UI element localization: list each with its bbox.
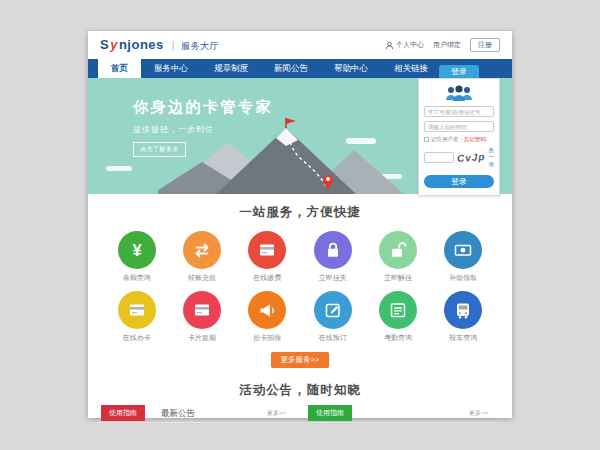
service-report-loss[interactable]: 立即挂失 <box>300 231 365 283</box>
service-attendance-query[interactable]: 考勤查询 <box>365 291 430 343</box>
nav-item-help-center[interactable]: 帮助中心 <box>321 59 381 78</box>
login-panel: 登录 记住用户名 | 忘记密码 CvJp 换一张 <box>418 65 500 196</box>
captcha-row: CvJp 换一张 <box>424 147 494 168</box>
nav-item-regulations[interactable]: 规章制度 <box>201 59 261 78</box>
person-icon <box>385 41 394 50</box>
card-icon <box>192 300 212 320</box>
list-icon <box>388 300 408 320</box>
announcement-tabs-row: 使用指南 最新公告 更多>> 使用指南 更多>> <box>98 407 502 423</box>
more-services-button[interactable]: 更多服务>> <box>271 352 329 368</box>
service-grid: ¥ 余额查询 转账充值 在线缴费 立即挂失 <box>88 231 512 343</box>
forgot-password-link[interactable]: 忘记密码 <box>464 136 486 143</box>
personal-center-link[interactable]: 个人中心 <box>385 40 424 50</box>
header-links: 个人中心 用户绑定 注册 <box>385 38 500 52</box>
service-online-payment[interactable]: 在线缴费 <box>235 231 300 283</box>
announcement-left-column: 使用指南 最新公告 更多>> <box>98 407 300 422</box>
service-found-card-claim[interactable]: 拾卡招领 <box>235 291 300 343</box>
service-school-bus-query[interactable]: 校车查询 <box>431 291 496 343</box>
cloud-shape <box>106 166 132 171</box>
card-icon <box>257 240 277 260</box>
banknote-icon <box>453 240 473 260</box>
nav-item-home[interactable]: 首页 <box>98 59 141 78</box>
logo[interactable]: Synjones | 服务大厅 <box>100 37 219 53</box>
service-online-booking[interactable]: 在线预订 <box>300 291 365 343</box>
service-card-extension[interactable]: 卡片延期 <box>169 291 234 343</box>
password-input[interactable] <box>424 121 494 132</box>
service-subsidy-collection[interactable]: 补助领取 <box>431 231 496 283</box>
service-unfreeze[interactable]: 立即解挂 <box>365 231 430 283</box>
hero-cta-button[interactable]: 点击了解更多 <box>133 142 186 157</box>
megaphone-icon <box>257 300 277 320</box>
register-button[interactable]: 注册 <box>470 38 500 52</box>
more-link-right[interactable]: 更多>> <box>469 407 488 419</box>
site-name: 服务大厅 <box>181 40 219 53</box>
login-form: 记住用户名 | 忘记密码 CvJp 换一张 登录 <box>418 78 500 196</box>
service-transfer-recharge[interactable]: 转账充值 <box>169 231 234 283</box>
logo-separator: | <box>172 40 175 51</box>
more-link-left[interactable]: 更多>> <box>267 407 286 419</box>
services-title: 一站服务，方便快捷 <box>88 204 512 221</box>
login-submit-button[interactable]: 登录 <box>424 175 494 188</box>
login-tab[interactable]: 登录 <box>439 65 479 78</box>
user-binding-link[interactable]: 用户绑定 <box>433 40 461 50</box>
captcha-refresh-link[interactable]: 换一张 <box>488 147 494 168</box>
logo-text: S <box>100 37 109 52</box>
remember-checkbox[interactable] <box>424 137 429 142</box>
yen-icon: ¥ <box>126 239 148 261</box>
services-section: 一站服务，方便快捷 ¥ 余额查询 转账充值 在线缴费 <box>88 194 512 368</box>
svg-text:¥: ¥ <box>132 241 142 259</box>
logo-accent: y <box>110 37 118 52</box>
nav-item-service-center[interactable]: 服务中心 <box>141 59 201 78</box>
latest-announcements-tab[interactable]: 最新公告 <box>161 407 195 419</box>
personal-center-label: 个人中心 <box>396 40 424 50</box>
hero-title: 你身边的卡管专家 <box>133 98 273 117</box>
site-header: Synjones | 服务大厅 个人中心 用户绑定 注册 <box>88 31 512 59</box>
screenshot-canvas: Synjones | 服务大厅 个人中心 用户绑定 注册 首页 服务中心 规章制… <box>0 0 600 450</box>
card-icon <box>127 300 147 320</box>
nav-item-news[interactable]: 新闻公告 <box>261 59 321 78</box>
unlock-icon <box>388 240 408 260</box>
transfer-icon <box>192 240 212 260</box>
divider: | <box>461 137 462 143</box>
remember-label: 记住用户名 <box>431 136 459 143</box>
announcements-section: 活动公告，随时知晓 使用指南 最新公告 更多>> 使用指南 更多>> <box>88 382 512 423</box>
service-online-card-apply[interactable]: 在线办卡 <box>104 291 169 343</box>
usage-guide-ribbon-green[interactable]: 使用指南 <box>308 405 352 421</box>
users-avatar-icon <box>444 85 474 102</box>
edit-icon <box>323 300 343 320</box>
username-input[interactable] <box>424 106 494 117</box>
service-balance-inquiry[interactable]: ¥ 余额查询 <box>104 231 169 283</box>
user-binding-label: 用户绑定 <box>433 40 461 50</box>
lock-icon <box>323 240 343 260</box>
remember-row: 记住用户名 | 忘记密码 <box>424 136 494 143</box>
announcement-right-column: 使用指南 更多>> <box>300 407 502 422</box>
announcements-title: 活动公告，随时知晓 <box>88 382 512 399</box>
hero-subtitle: 提供捷径，一步到位 <box>133 124 273 135</box>
captcha-input[interactable] <box>424 152 454 163</box>
captcha-image[interactable]: CvJp <box>457 151 486 164</box>
usage-guide-ribbon-red[interactable]: 使用指南 <box>101 405 145 421</box>
webpage: Synjones | 服务大厅 个人中心 用户绑定 注册 首页 服务中心 规章制… <box>88 31 512 418</box>
bus-icon <box>453 300 473 320</box>
hero-copy: 你身边的卡管专家 提供捷径，一步到位 点击了解更多 <box>133 98 273 157</box>
logo-text-rest: njones <box>119 37 164 52</box>
